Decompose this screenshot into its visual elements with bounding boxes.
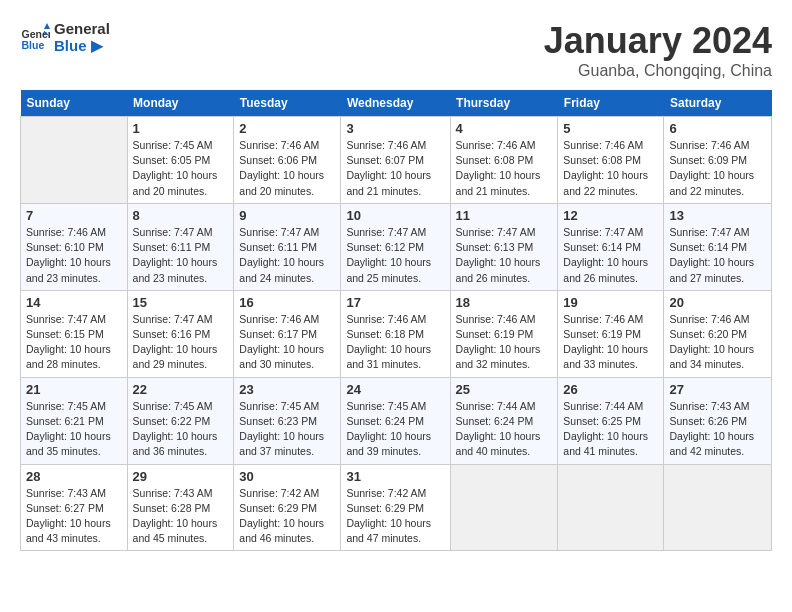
cell-info: Sunrise: 7:47 AM Sunset: 6:16 PM Dayligh… xyxy=(133,312,229,373)
calendar-cell: 24Sunrise: 7:45 AM Sunset: 6:24 PM Dayli… xyxy=(341,377,450,464)
cell-info: Sunrise: 7:42 AM Sunset: 6:29 PM Dayligh… xyxy=(239,486,335,547)
cell-info: Sunrise: 7:46 AM Sunset: 6:17 PM Dayligh… xyxy=(239,312,335,373)
calendar-week-row: 1Sunrise: 7:45 AM Sunset: 6:05 PM Daylig… xyxy=(21,117,772,204)
cell-info: Sunrise: 7:45 AM Sunset: 6:23 PM Dayligh… xyxy=(239,399,335,460)
weekday-header: Wednesday xyxy=(341,90,450,117)
day-number: 10 xyxy=(346,208,444,223)
month-title: January 2024 xyxy=(544,20,772,62)
cell-info: Sunrise: 7:44 AM Sunset: 6:24 PM Dayligh… xyxy=(456,399,553,460)
calendar-cell xyxy=(664,464,772,551)
calendar-cell: 22Sunrise: 7:45 AM Sunset: 6:22 PM Dayli… xyxy=(127,377,234,464)
day-number: 12 xyxy=(563,208,658,223)
cell-info: Sunrise: 7:46 AM Sunset: 6:19 PM Dayligh… xyxy=(456,312,553,373)
weekday-header: Monday xyxy=(127,90,234,117)
calendar-cell: 8Sunrise: 7:47 AM Sunset: 6:11 PM Daylig… xyxy=(127,203,234,290)
svg-text:Blue: Blue xyxy=(22,38,45,50)
day-number: 29 xyxy=(133,469,229,484)
day-number: 24 xyxy=(346,382,444,397)
cell-info: Sunrise: 7:46 AM Sunset: 6:07 PM Dayligh… xyxy=(346,138,444,199)
calendar-cell: 13Sunrise: 7:47 AM Sunset: 6:14 PM Dayli… xyxy=(664,203,772,290)
cell-info: Sunrise: 7:46 AM Sunset: 6:10 PM Dayligh… xyxy=(26,225,122,286)
calendar-cell: 20Sunrise: 7:46 AM Sunset: 6:20 PM Dayli… xyxy=(664,290,772,377)
calendar-cell: 14Sunrise: 7:47 AM Sunset: 6:15 PM Dayli… xyxy=(21,290,128,377)
cell-info: Sunrise: 7:45 AM Sunset: 6:22 PM Dayligh… xyxy=(133,399,229,460)
day-number: 6 xyxy=(669,121,766,136)
calendar-cell: 2Sunrise: 7:46 AM Sunset: 6:06 PM Daylig… xyxy=(234,117,341,204)
logo-icon: General Blue xyxy=(20,23,50,53)
day-number: 31 xyxy=(346,469,444,484)
calendar-week-row: 28Sunrise: 7:43 AM Sunset: 6:27 PM Dayli… xyxy=(21,464,772,551)
calendar-cell: 23Sunrise: 7:45 AM Sunset: 6:23 PM Dayli… xyxy=(234,377,341,464)
calendar-cell: 1Sunrise: 7:45 AM Sunset: 6:05 PM Daylig… xyxy=(127,117,234,204)
day-number: 8 xyxy=(133,208,229,223)
cell-info: Sunrise: 7:46 AM Sunset: 6:06 PM Dayligh… xyxy=(239,138,335,199)
day-number: 11 xyxy=(456,208,553,223)
weekday-header-row: SundayMondayTuesdayWednesdayThursdayFrid… xyxy=(21,90,772,117)
cell-info: Sunrise: 7:47 AM Sunset: 6:11 PM Dayligh… xyxy=(133,225,229,286)
calendar-cell: 29Sunrise: 7:43 AM Sunset: 6:28 PM Dayli… xyxy=(127,464,234,551)
cell-info: Sunrise: 7:42 AM Sunset: 6:29 PM Dayligh… xyxy=(346,486,444,547)
calendar-cell: 17Sunrise: 7:46 AM Sunset: 6:18 PM Dayli… xyxy=(341,290,450,377)
cell-info: Sunrise: 7:43 AM Sunset: 6:27 PM Dayligh… xyxy=(26,486,122,547)
cell-info: Sunrise: 7:43 AM Sunset: 6:28 PM Dayligh… xyxy=(133,486,229,547)
day-number: 3 xyxy=(346,121,444,136)
calendar-cell: 4Sunrise: 7:46 AM Sunset: 6:08 PM Daylig… xyxy=(450,117,558,204)
location: Guanba, Chongqing, China xyxy=(544,62,772,80)
logo: General Blue General Blue ▶ xyxy=(20,20,110,55)
calendar-cell xyxy=(450,464,558,551)
weekday-header: Thursday xyxy=(450,90,558,117)
cell-info: Sunrise: 7:43 AM Sunset: 6:26 PM Dayligh… xyxy=(669,399,766,460)
calendar-cell xyxy=(558,464,664,551)
calendar-cell xyxy=(21,117,128,204)
logo-blue: Blue ▶ xyxy=(54,37,110,55)
weekday-header: Friday xyxy=(558,90,664,117)
calendar-week-row: 14Sunrise: 7:47 AM Sunset: 6:15 PM Dayli… xyxy=(21,290,772,377)
calendar-cell: 3Sunrise: 7:46 AM Sunset: 6:07 PM Daylig… xyxy=(341,117,450,204)
calendar-cell: 5Sunrise: 7:46 AM Sunset: 6:08 PM Daylig… xyxy=(558,117,664,204)
weekday-header: Tuesday xyxy=(234,90,341,117)
cell-info: Sunrise: 7:47 AM Sunset: 6:15 PM Dayligh… xyxy=(26,312,122,373)
calendar-week-row: 7Sunrise: 7:46 AM Sunset: 6:10 PM Daylig… xyxy=(21,203,772,290)
cell-info: Sunrise: 7:47 AM Sunset: 6:12 PM Dayligh… xyxy=(346,225,444,286)
calendar-cell: 10Sunrise: 7:47 AM Sunset: 6:12 PM Dayli… xyxy=(341,203,450,290)
day-number: 9 xyxy=(239,208,335,223)
title-block: January 2024 Guanba, Chongqing, China xyxy=(544,20,772,80)
day-number: 27 xyxy=(669,382,766,397)
cell-info: Sunrise: 7:45 AM Sunset: 6:24 PM Dayligh… xyxy=(346,399,444,460)
cell-info: Sunrise: 7:45 AM Sunset: 6:21 PM Dayligh… xyxy=(26,399,122,460)
calendar-cell: 19Sunrise: 7:46 AM Sunset: 6:19 PM Dayli… xyxy=(558,290,664,377)
calendar-cell: 16Sunrise: 7:46 AM Sunset: 6:17 PM Dayli… xyxy=(234,290,341,377)
day-number: 13 xyxy=(669,208,766,223)
calendar-cell: 15Sunrise: 7:47 AM Sunset: 6:16 PM Dayli… xyxy=(127,290,234,377)
calendar-cell: 11Sunrise: 7:47 AM Sunset: 6:13 PM Dayli… xyxy=(450,203,558,290)
day-number: 30 xyxy=(239,469,335,484)
calendar-cell: 30Sunrise: 7:42 AM Sunset: 6:29 PM Dayli… xyxy=(234,464,341,551)
calendar-cell: 28Sunrise: 7:43 AM Sunset: 6:27 PM Dayli… xyxy=(21,464,128,551)
svg-marker-2 xyxy=(44,23,50,29)
calendar-cell: 6Sunrise: 7:46 AM Sunset: 6:09 PM Daylig… xyxy=(664,117,772,204)
cell-info: Sunrise: 7:46 AM Sunset: 6:09 PM Dayligh… xyxy=(669,138,766,199)
cell-info: Sunrise: 7:46 AM Sunset: 6:18 PM Dayligh… xyxy=(346,312,444,373)
day-number: 5 xyxy=(563,121,658,136)
calendar-cell: 26Sunrise: 7:44 AM Sunset: 6:25 PM Dayli… xyxy=(558,377,664,464)
cell-info: Sunrise: 7:47 AM Sunset: 6:13 PM Dayligh… xyxy=(456,225,553,286)
day-number: 26 xyxy=(563,382,658,397)
calendar-week-row: 21Sunrise: 7:45 AM Sunset: 6:21 PM Dayli… xyxy=(21,377,772,464)
day-number: 2 xyxy=(239,121,335,136)
day-number: 19 xyxy=(563,295,658,310)
day-number: 25 xyxy=(456,382,553,397)
day-number: 21 xyxy=(26,382,122,397)
day-number: 18 xyxy=(456,295,553,310)
calendar-table: SundayMondayTuesdayWednesdayThursdayFrid… xyxy=(20,90,772,551)
cell-info: Sunrise: 7:47 AM Sunset: 6:14 PM Dayligh… xyxy=(669,225,766,286)
calendar-cell: 18Sunrise: 7:46 AM Sunset: 6:19 PM Dayli… xyxy=(450,290,558,377)
cell-info: Sunrise: 7:47 AM Sunset: 6:11 PM Dayligh… xyxy=(239,225,335,286)
logo-general: General xyxy=(54,20,110,37)
day-number: 23 xyxy=(239,382,335,397)
calendar-cell: 25Sunrise: 7:44 AM Sunset: 6:24 PM Dayli… xyxy=(450,377,558,464)
calendar-cell: 12Sunrise: 7:47 AM Sunset: 6:14 PM Dayli… xyxy=(558,203,664,290)
weekday-header: Saturday xyxy=(664,90,772,117)
calendar-cell: 31Sunrise: 7:42 AM Sunset: 6:29 PM Dayli… xyxy=(341,464,450,551)
calendar-cell: 9Sunrise: 7:47 AM Sunset: 6:11 PM Daylig… xyxy=(234,203,341,290)
cell-info: Sunrise: 7:46 AM Sunset: 6:08 PM Dayligh… xyxy=(456,138,553,199)
